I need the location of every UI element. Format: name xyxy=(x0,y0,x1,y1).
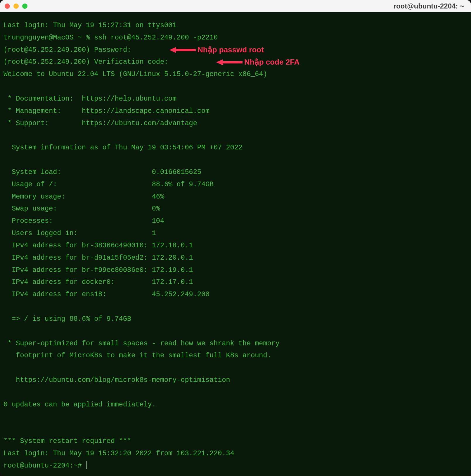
blurb-link: https://ubuntu.com/blog/microk8s-memory-… xyxy=(4,376,230,384)
sysinfo-row: IPv4 address for br-38366c490010: 172.18… xyxy=(4,242,193,249)
sysinfo-row: System load: 0.0166015625 xyxy=(4,168,201,176)
welcome-banner: Welcome to Ubuntu 22.04 LTS (GNU/Linux 5… xyxy=(4,70,267,78)
sysinfo-row: IPv4 address for ens18: 45.252.249.200 xyxy=(4,290,209,298)
sysinfo-row: IPv4 address for br-f99ee80086e0: 172.19… xyxy=(4,266,193,274)
blurb-line: * Super-optimized for small spaces - rea… xyxy=(4,339,280,347)
support-link: * Support: https://ubuntu.com/advantage xyxy=(4,119,197,127)
titlebar: root@ubuntu-2204: ~ xyxy=(0,0,471,12)
sysinfo-row: IPv4 address for br-d91a15f05ed2: 172.20… xyxy=(4,254,193,262)
sysinfo-row: Swap usage: 0% xyxy=(4,205,160,213)
sysinfo-row: Processes: 104 xyxy=(4,217,164,225)
mgmt-link: * Management: https://landscape.canonica… xyxy=(4,107,209,115)
password-prompt: (root@45.252.249.200) Password: xyxy=(4,46,131,54)
window-controls xyxy=(5,4,27,9)
doc-link: * Documentation: https://help.ubuntu.com xyxy=(4,95,176,103)
blurb-line: footprint of MicroK8s to make it the sma… xyxy=(4,351,271,359)
minimize-icon[interactable] xyxy=(13,4,19,9)
ssh-command: trungnguyen@MacOS ~ % ssh root@45.252.24… xyxy=(4,34,218,42)
restart-required: *** System restart required *** xyxy=(4,437,131,445)
sysinfo-row: Memory usage: 46% xyxy=(4,193,164,201)
verification-prompt: (root@45.252.249.200) Verification code: xyxy=(4,58,168,66)
last-login-local: Last login: Thu May 19 15:27:31 on ttys0… xyxy=(4,21,176,29)
sysinfo-row: IPv4 address for docker0: 172.17.0.1 xyxy=(4,278,193,286)
sysinfo-header: System information as of Thu May 19 03:5… xyxy=(4,144,243,151)
zoom-icon[interactable] xyxy=(22,4,27,9)
updates-line: 0 updates can be applied immediately. xyxy=(4,401,156,408)
window-title: root@ubuntu-2204: ~ xyxy=(394,0,464,12)
close-icon[interactable] xyxy=(5,4,10,9)
shell-prompt[interactable]: root@ubuntu-2204:~# xyxy=(4,462,87,470)
disk-usage-warning: => / is using 88.6% of 9.74GB xyxy=(4,315,131,323)
terminal-window: root@ubuntu-2204: ~ Last login: Thu May … xyxy=(0,0,471,476)
last-login-remote: Last login: Thu May 19 15:32:20 2022 fro… xyxy=(4,449,234,457)
terminal-body[interactable]: Last login: Thu May 19 15:27:31 on ttys0… xyxy=(0,12,471,475)
sysinfo-row: Users logged in: 1 xyxy=(4,229,156,237)
sysinfo-row: Usage of /: 88.6% of 9.74GB xyxy=(4,180,214,188)
cursor-icon xyxy=(86,461,87,469)
